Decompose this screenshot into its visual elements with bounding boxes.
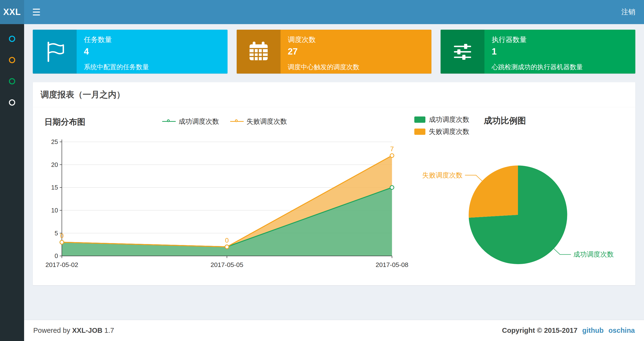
line-series-marker-icon bbox=[162, 119, 176, 124]
product-name: XXL-JOB bbox=[72, 326, 102, 334]
success-ratio-pie-chart: 成功调度次数失败调度次数 bbox=[411, 140, 630, 275]
legend-item-fail[interactable]: 失败调度次数 bbox=[230, 117, 287, 126]
pie-chart-legend: 成功调度次数 失败调度次数 bbox=[414, 115, 469, 136]
svg-text:2017-05-02: 2017-05-02 bbox=[46, 261, 78, 268]
flag-icon bbox=[33, 30, 77, 74]
info-box-label: 执行器数量 bbox=[492, 35, 628, 45]
github-link[interactable]: github bbox=[582, 326, 604, 334]
success-ratio-section: 成功调度次数 失败调度次数 成功比例图 成功调度次数失败调度次数 bbox=[411, 114, 630, 275]
sidebar-item-help[interactable] bbox=[0, 99, 24, 106]
svg-text:15: 15 bbox=[51, 184, 58, 191]
sliders-icon bbox=[440, 30, 484, 74]
info-box-content: 执行器数量 1 心跳检测成功的执行器机器数量 bbox=[484, 30, 635, 74]
info-box-value: 1 bbox=[492, 47, 628, 57]
product-version: 1.7 bbox=[104, 326, 114, 334]
info-box-row: 任务数量 4 系统中配置的任务数量 bbox=[33, 30, 635, 74]
navbar-content: 注销 bbox=[24, 0, 644, 24]
svg-text:成功调度次数: 成功调度次数 bbox=[574, 251, 614, 258]
pie-chart-title: 成功比例图 bbox=[484, 115, 526, 126]
svg-text:0: 0 bbox=[60, 232, 64, 239]
top-navbar: XXL 注销 bbox=[0, 0, 644, 24]
footer: Powered by XXL-JOB 1.7 Copyright © 2015-… bbox=[24, 320, 644, 341]
pie-legend-label-success: 成功调度次数 bbox=[429, 115, 469, 124]
svg-text:25: 25 bbox=[51, 138, 58, 145]
date-distribution-section: 日期分布图 成功调度次数 失败调度次数 05101520250072017-05… bbox=[38, 114, 411, 275]
svg-text:10: 10 bbox=[51, 207, 58, 214]
circle-icon bbox=[9, 99, 15, 106]
pie-legend-item-success[interactable]: 成功调度次数 bbox=[414, 115, 469, 124]
pie-legend-label-fail: 失败调度次数 bbox=[429, 127, 469, 136]
info-box-jobs: 任务数量 4 系统中配置的任务数量 bbox=[33, 30, 228, 74]
sidebar-item-job-manage[interactable] bbox=[0, 57, 24, 63]
pie-chart-header: 成功调度次数 失败调度次数 成功比例图 bbox=[411, 114, 630, 140]
info-box-label: 任务数量 bbox=[84, 35, 220, 45]
panel-body: 日期分布图 成功调度次数 失败调度次数 05101520250072017-05… bbox=[33, 107, 635, 285]
sidebar-toggle-icon[interactable] bbox=[33, 9, 42, 16]
info-box-description: 系统中配置的任务数量 bbox=[84, 63, 220, 71]
circle-icon bbox=[9, 78, 15, 84]
sidebar-item-executor-manage[interactable] bbox=[0, 78, 24, 84]
info-box-executors: 执行器数量 1 心跳检测成功的执行器机器数量 bbox=[440, 30, 635, 74]
info-box-description: 调度中心触发的调度次数 bbox=[288, 63, 424, 71]
legend-label-success: 成功调度次数 bbox=[178, 117, 219, 126]
line-chart-legend: 成功调度次数 失败调度次数 bbox=[38, 117, 411, 126]
info-box-value: 4 bbox=[84, 47, 220, 57]
info-box-label: 调度次数 bbox=[288, 35, 424, 45]
copyright-text: Copyright © 2015-2017 bbox=[502, 326, 578, 334]
legend-item-success[interactable]: 成功调度次数 bbox=[162, 117, 219, 126]
svg-text:20: 20 bbox=[51, 161, 58, 168]
svg-text:失败调度次数: 失败调度次数 bbox=[422, 171, 462, 179]
legend-swatch-icon bbox=[414, 129, 426, 135]
sidebar-item-run-report[interactable] bbox=[0, 36, 24, 42]
info-box-value: 27 bbox=[288, 47, 424, 57]
info-box-content: 任务数量 4 系统中配置的任务数量 bbox=[77, 30, 228, 74]
date-distribution-chart: 05101520250072017-05-022017-05-052017-05… bbox=[38, 130, 411, 272]
info-box-description: 心跳检测成功的执行器机器数量 bbox=[492, 63, 628, 71]
svg-text:5: 5 bbox=[55, 230, 58, 237]
circle-icon bbox=[9, 57, 15, 63]
calendar-icon bbox=[237, 30, 280, 74]
svg-text:0: 0 bbox=[55, 252, 58, 259]
svg-text:2017-05-05: 2017-05-05 bbox=[210, 261, 243, 268]
legend-swatch-icon bbox=[414, 117, 426, 123]
circle-icon bbox=[9, 36, 15, 42]
powered-prefix: Powered by bbox=[33, 326, 70, 334]
line-chart-header: 日期分布图 成功调度次数 失败调度次数 bbox=[38, 116, 411, 130]
svg-text:7: 7 bbox=[390, 145, 394, 153]
info-box-content: 调度次数 27 调度中心触发的调度次数 bbox=[280, 30, 432, 74]
logout-link[interactable]: 注销 bbox=[621, 7, 635, 17]
line-series-marker-icon bbox=[230, 119, 244, 124]
app-logo[interactable]: XXL bbox=[0, 0, 24, 24]
panel-title: 调度报表（一月之内） bbox=[33, 82, 635, 107]
svg-text:2017-05-08: 2017-05-08 bbox=[376, 261, 408, 268]
footer-copyright: Copyright © 2015-2017 github oschina bbox=[502, 326, 635, 334]
legend-label-fail: 失败调度次数 bbox=[246, 117, 287, 126]
oschina-link[interactable]: oschina bbox=[608, 326, 635, 334]
sidebar-menu bbox=[0, 24, 24, 341]
pie-legend-item-fail[interactable]: 失败调度次数 bbox=[414, 127, 469, 136]
schedule-report-panel: 调度报表（一月之内） 日期分布图 成功调度次数 失败调度次数 bbox=[33, 82, 635, 285]
svg-text:0: 0 bbox=[225, 237, 229, 244]
info-box-triggers: 调度次数 27 调度中心触发的调度次数 bbox=[237, 30, 432, 74]
footer-powered-by: Powered by XXL-JOB 1.7 bbox=[33, 326, 114, 334]
main-content: 运行报表 任务调度中心 任务数量 4 系统中配置的任务数量 bbox=[24, 0, 644, 285]
